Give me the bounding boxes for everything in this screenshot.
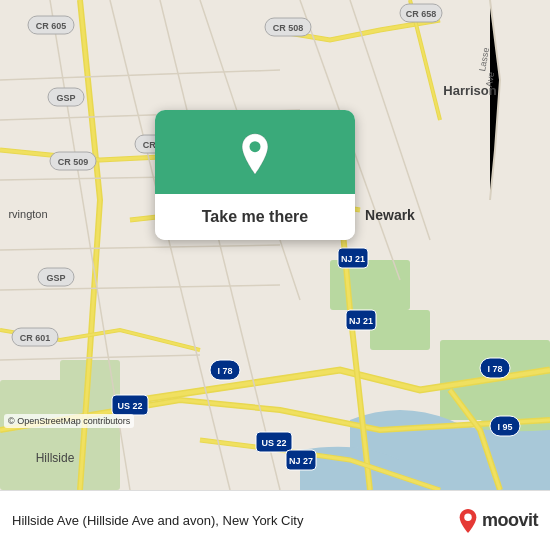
svg-text:I 78: I 78 bbox=[487, 364, 502, 374]
svg-text:I 78: I 78 bbox=[217, 366, 232, 376]
map-container: CR 605 CR 509 CR 509 CR 508 CR 658 GSP G… bbox=[0, 0, 550, 490]
moovit-logo: moovit bbox=[457, 508, 538, 534]
svg-text:I 95: I 95 bbox=[497, 422, 512, 432]
svg-point-59 bbox=[464, 513, 471, 520]
svg-text:US 22: US 22 bbox=[261, 438, 286, 448]
bottom-bar: Hillside Ave (Hillside Ave and avon), Ne… bbox=[0, 490, 550, 550]
svg-text:GSP: GSP bbox=[46, 273, 65, 283]
svg-text:US 22: US 22 bbox=[117, 401, 142, 411]
location-title: Hillside Ave (Hillside Ave and avon), Ne… bbox=[12, 513, 449, 528]
svg-text:CR 508: CR 508 bbox=[273, 23, 304, 33]
svg-text:CR 601: CR 601 bbox=[20, 333, 51, 343]
popup-header bbox=[155, 110, 355, 194]
svg-point-58 bbox=[250, 141, 261, 152]
svg-text:NJ 21: NJ 21 bbox=[341, 254, 365, 264]
moovit-brand-text: moovit bbox=[482, 510, 538, 531]
svg-text:Newark: Newark bbox=[365, 207, 415, 223]
svg-text:CR 658: CR 658 bbox=[406, 9, 437, 19]
take-me-there-button[interactable]: Take me there bbox=[155, 194, 355, 240]
svg-text:NJ 21: NJ 21 bbox=[349, 316, 373, 326]
location-pin-icon bbox=[235, 132, 275, 176]
svg-text:CR 509: CR 509 bbox=[58, 157, 89, 167]
svg-text:GSP: GSP bbox=[56, 93, 75, 103]
map-attribution: © OpenStreetMap contributors bbox=[4, 414, 134, 428]
svg-rect-3 bbox=[370, 310, 430, 350]
svg-text:rvington: rvington bbox=[8, 208, 47, 220]
moovit-logo-icon bbox=[457, 508, 479, 534]
svg-text:Hillside: Hillside bbox=[36, 451, 75, 465]
location-popup: Take me there bbox=[155, 110, 355, 240]
svg-text:CR 605: CR 605 bbox=[36, 21, 67, 31]
svg-text:NJ 27: NJ 27 bbox=[289, 456, 313, 466]
